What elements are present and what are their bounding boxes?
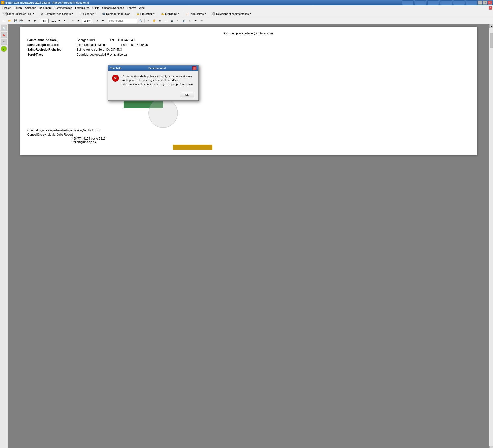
export-button[interactable]: ↗ Exporter ▼ bbox=[77, 11, 98, 17]
first-page-btn[interactable]: |◀ bbox=[56, 18, 62, 23]
combine-dropdown-icon[interactable]: ▼ bbox=[71, 13, 73, 15]
separator-3 bbox=[99, 12, 99, 16]
hand-tool-btn[interactable]: ✋ bbox=[152, 18, 157, 23]
nav-sep-2 bbox=[39, 19, 39, 23]
close-button[interactable]: ✕ bbox=[488, 1, 492, 5]
open-button[interactable]: 📂 bbox=[7, 18, 12, 23]
layout-btn[interactable]: ⊟ bbox=[187, 18, 192, 23]
taskbar-item-6[interactable] bbox=[466, 0, 478, 5]
menu-formulaires[interactable]: Formulaires bbox=[74, 6, 91, 10]
zoom-input[interactable] bbox=[82, 19, 92, 23]
select-tool-btn[interactable]: ↖ bbox=[146, 18, 151, 23]
taskbar-item-5[interactable] bbox=[453, 0, 465, 5]
dialog-message: L'incorporation de la police a échoué, c… bbox=[122, 75, 194, 86]
ok-button[interactable]: OK bbox=[180, 92, 194, 97]
scroll-thumb[interactable] bbox=[490, 33, 493, 48]
start-meeting-button[interactable]: 📹 Démarrer la réunion bbox=[100, 11, 132, 17]
menu-affichage[interactable]: Affichage bbox=[23, 6, 38, 10]
view-btn[interactable]: 👁 bbox=[193, 18, 198, 23]
menu-outils[interactable]: Outils bbox=[91, 6, 101, 10]
menu-commentaires[interactable]: Commentaires bbox=[53, 6, 74, 10]
signature-dropdown-icon[interactable]: ▼ bbox=[177, 13, 179, 15]
review-button[interactable]: 💬 Révisions et commentaires ▼ bbox=[210, 11, 253, 17]
taskbar-area bbox=[401, 0, 478, 5]
prev-button[interactable]: ◀ bbox=[26, 18, 32, 23]
create-pdf-dropdown-icon[interactable]: ▼ bbox=[32, 13, 34, 15]
menu-document[interactable]: Document bbox=[38, 6, 53, 10]
separator-4 bbox=[133, 12, 133, 16]
create-pdf-icon: PDF bbox=[3, 12, 7, 16]
menu-fenetre[interactable]: Fenêtre bbox=[125, 6, 138, 10]
menu-bar: Fichier Edition Affichage Document Comme… bbox=[0, 5, 493, 10]
protection-dropdown-icon[interactable]: ▼ bbox=[153, 13, 155, 15]
nav-sep-3 bbox=[69, 19, 69, 23]
toolbar-pdf-tools: PDF Créer un fichier PDF ▼ ⊕ Combiner de… bbox=[0, 10, 493, 17]
tag-btn[interactable]: 🏷 bbox=[175, 18, 181, 23]
review-dropdown-icon[interactable]: ▼ bbox=[249, 13, 251, 15]
window-title: Bottin administrateurs 2014-15.pdf - Ado… bbox=[5, 1, 89, 4]
dialog-close-button[interactable]: ✕ bbox=[192, 66, 196, 70]
next-button[interactable]: ▶ bbox=[32, 18, 38, 23]
search-input[interactable] bbox=[108, 19, 137, 23]
zoom-in-btn[interactable]: + bbox=[76, 18, 81, 23]
taskbar-item-1[interactable] bbox=[402, 0, 414, 5]
page-separator: / bbox=[50, 19, 50, 22]
combine-button[interactable]: ⊕ Combiner des fichiers ▼ bbox=[38, 11, 75, 17]
separator-5 bbox=[158, 12, 158, 16]
menu-options-avancees[interactable]: Options avancées bbox=[101, 6, 125, 10]
nav-sep-1 bbox=[25, 19, 25, 23]
edit-btn[interactable]: ✏ bbox=[199, 18, 204, 23]
new-button[interactable]: □ bbox=[1, 18, 6, 23]
document-page: Courriel: jessy.pelletier@hotmail.com Sa… bbox=[20, 27, 477, 155]
combine-icon: ⊕ bbox=[40, 12, 44, 16]
error-icon: ✕ bbox=[112, 75, 119, 82]
panel-btn-1[interactable]: 📄 bbox=[1, 25, 7, 31]
nav-toolbar: □ 📂 💾 💾+ ◀ ▶ / 111 |◀ ▶| − + ⊡ ⊢ 🔍 ↖ ✋ ⊞… bbox=[0, 17, 493, 24]
protection-icon: 🔒 bbox=[136, 12, 140, 16]
export-dropdown-icon[interactable]: ▼ bbox=[94, 13, 96, 15]
doc-close-button[interactable]: ✕ bbox=[489, 6, 492, 10]
review-icon: 💬 bbox=[212, 12, 216, 16]
signature-icon: ✍ bbox=[161, 12, 165, 16]
maximize-button[interactable]: □ bbox=[483, 1, 487, 5]
dialog-overlay: TouchUp Schéma local ✕ ✕ L'incorporation… bbox=[20, 27, 477, 155]
protection-button[interactable]: 🔒 Protection ▼ bbox=[134, 11, 157, 17]
search-btn[interactable]: 🔍 bbox=[138, 18, 143, 23]
taskbar-item-2[interactable] bbox=[415, 0, 426, 5]
panel-btn-3[interactable]: ✏ bbox=[1, 39, 7, 45]
signature-button[interactable]: ✍ Signature ▼ bbox=[159, 11, 181, 17]
last-page-btn[interactable]: ▶| bbox=[62, 18, 68, 23]
save-as-button[interactable]: 💾+ bbox=[19, 18, 24, 23]
audio-btn[interactable]: 🔊 bbox=[181, 18, 187, 23]
scroll-track[interactable] bbox=[489, 28, 493, 446]
save-button[interactable]: 💾 bbox=[13, 18, 18, 23]
vertical-scrollbar: ▲ ▼ bbox=[489, 24, 493, 448]
fit-width-btn[interactable]: ⊢ bbox=[100, 18, 106, 23]
minimize-button[interactable]: ─ bbox=[478, 1, 482, 5]
start-meeting-icon: 📹 bbox=[102, 12, 106, 16]
snapshot-btn[interactable]: 📷 bbox=[169, 18, 175, 23]
forms-button[interactable]: 📋 Formulaires ▼ bbox=[183, 11, 208, 17]
create-pdf-button[interactable]: PDF Créer un fichier PDF ▼ bbox=[1, 11, 36, 17]
text-select-btn[interactable]: T bbox=[163, 18, 169, 23]
dialog-footer: OK bbox=[108, 90, 198, 100]
menu-edition[interactable]: Edition bbox=[12, 6, 23, 10]
crop-tool-btn[interactable]: ⊞ bbox=[157, 18, 163, 23]
taskbar-item-3[interactable] bbox=[427, 0, 439, 5]
dialog-body: ✕ L'incorporation de la police a échoué,… bbox=[108, 71, 198, 90]
panel-btn-4[interactable]: ℹ bbox=[1, 46, 7, 52]
forms-icon: 📋 bbox=[185, 12, 189, 16]
taskbar-item-4[interactable] bbox=[440, 0, 452, 5]
app-icon: A bbox=[1, 1, 4, 4]
page-input[interactable] bbox=[40, 19, 49, 23]
fit-page-btn[interactable]: ⊡ bbox=[94, 18, 100, 23]
scroll-down-btn[interactable]: ▼ bbox=[489, 446, 493, 448]
zoom-out-btn[interactable]: − bbox=[70, 18, 75, 23]
nav-sep-4 bbox=[93, 19, 93, 23]
panel-btn-2[interactable]: 🔖 bbox=[1, 32, 7, 38]
dialog-title-bar: TouchUp Schéma local ✕ bbox=[108, 65, 198, 71]
forms-dropdown-icon[interactable]: ▼ bbox=[204, 13, 206, 15]
scroll-up-btn[interactable]: ▲ bbox=[489, 24, 493, 28]
menu-fichier[interactable]: Fichier bbox=[1, 6, 12, 10]
menu-aide[interactable]: Aide bbox=[138, 6, 146, 10]
